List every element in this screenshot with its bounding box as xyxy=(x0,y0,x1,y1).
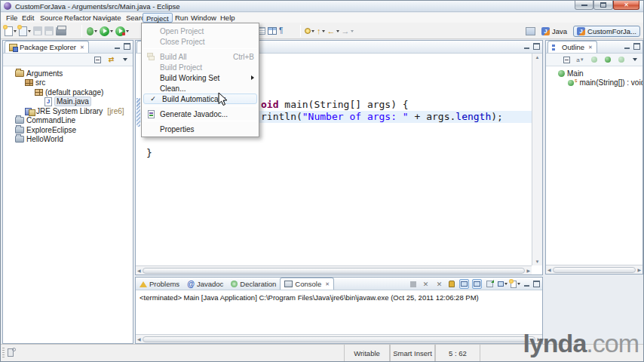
menu-item-build-working-set[interactable]: Build Working Set xyxy=(142,72,259,83)
tree-item-arguments[interactable]: Arguments xyxy=(3,69,133,78)
view-menu-button[interactable] xyxy=(120,55,130,65)
package-explorer-tab[interactable]: Package Explorer ✕ xyxy=(5,41,89,53)
menu-item-build-automatically[interactable]: ✓Build Automatically xyxy=(143,94,257,104)
minimize-view-button[interactable] xyxy=(114,43,121,50)
dropdown-arrow-icon[interactable] xyxy=(351,30,354,32)
maximize-view-button[interactable] xyxy=(533,43,540,50)
tree-item-exploreeclipse[interactable]: ExploreEclipse xyxy=(3,125,133,135)
view-menu-button[interactable] xyxy=(630,55,639,65)
dropdown-arrow-icon[interactable] xyxy=(517,283,520,285)
title-bar[interactable]: CustomForJava - Arguments/src/Main.java … xyxy=(1,1,643,12)
menu-file[interactable]: File xyxy=(3,13,20,23)
last-edit-location-button[interactable]: ↑ xyxy=(317,25,325,37)
outline-tab[interactable]: Outline ✕ xyxy=(547,41,597,53)
minimize-view-button[interactable] xyxy=(523,43,530,50)
scroll-up-icon[interactable]: ▲ xyxy=(535,55,540,60)
maximize-view-button[interactable] xyxy=(633,43,640,50)
editor-horizontal-scrollbar[interactable]: ◀ ▶ xyxy=(136,265,532,275)
menu-item-clean[interactable]: Clean... xyxy=(142,83,259,94)
tree-item-commandline[interactable]: CommandLine xyxy=(3,116,133,126)
minimize-button[interactable] xyxy=(575,1,593,10)
close-icon[interactable]: ✕ xyxy=(80,44,84,51)
close-icon[interactable]: ✕ xyxy=(325,281,330,287)
tree-item-helloworld[interactable]: HelloWorld xyxy=(3,135,133,145)
scroll-left-icon[interactable]: ◀ xyxy=(547,268,551,272)
outline-horizontal-scrollbar[interactable]: ◀ ▶ xyxy=(546,265,642,274)
menu-item-properties[interactable]: Properties xyxy=(142,124,259,134)
menu-project[interactable]: Project xyxy=(143,13,173,23)
new-wizard-button[interactable] xyxy=(5,25,17,37)
display-console-button[interactable] xyxy=(498,279,508,289)
scroll-left-icon[interactable]: ◀ xyxy=(137,268,141,273)
custom-perspective-button[interactable]: J CustomForJa... xyxy=(573,26,640,37)
maximize-view-button[interactable] xyxy=(533,281,540,287)
scroll-right-icon[interactable]: ▶ xyxy=(637,268,641,272)
maximize-button[interactable] xyxy=(593,1,613,10)
dropdown-arrow-icon[interactable] xyxy=(336,30,339,32)
editor-vertical-scrollbar[interactable]: ▲ ▼ xyxy=(532,54,542,265)
minimize-view-button[interactable] xyxy=(624,43,630,50)
dropdown-arrow-icon[interactable] xyxy=(28,30,31,32)
scroll-left-icon[interactable]: ◀ xyxy=(137,337,141,342)
tree-item-default-package[interactable]: (default package) xyxy=(3,87,133,97)
declaration-tab[interactable]: Declaration xyxy=(227,278,280,290)
fast-view-icon[interactable] xyxy=(8,348,14,357)
dropdown-arrow-icon[interactable] xyxy=(126,30,129,32)
outline-item-main-method[interactable]: smain(String[]) : void xyxy=(546,78,642,88)
scrollbar-thumb[interactable] xyxy=(143,336,536,342)
sort-button[interactable]: a▼ xyxy=(575,55,585,65)
outline-item-main-class[interactable]: Main xyxy=(546,69,642,78)
forward-button[interactable]: → xyxy=(342,25,354,37)
external-tools-button[interactable] xyxy=(115,25,129,37)
tree-item-jre-library[interactable]: JRE System Library[jre6] xyxy=(3,106,133,116)
debug-button[interactable] xyxy=(87,25,97,37)
java-perspective-button[interactable]: J Java xyxy=(538,26,570,36)
dropdown-arrow-icon[interactable] xyxy=(311,30,314,32)
tree-item-main-java[interactable]: JMain.java xyxy=(3,97,133,107)
show-console-on-error-button[interactable] xyxy=(472,279,482,289)
print-button[interactable] xyxy=(56,25,66,37)
link-with-editor-button[interactable]: ⇄ xyxy=(106,55,116,65)
scroll-lock-button[interactable] xyxy=(446,279,456,289)
open-console-button[interactable] xyxy=(511,279,520,289)
problems-tab[interactable]: Problems xyxy=(136,278,183,290)
collapse-all-button[interactable] xyxy=(562,55,572,65)
menu-help[interactable]: Help xyxy=(217,13,238,23)
close-icon[interactable]: ✕ xyxy=(588,44,593,51)
close-button[interactable]: ✕ xyxy=(613,1,639,10)
console-horizontal-scrollbar[interactable]: ◀ ▶ xyxy=(136,334,542,343)
scroll-down-icon[interactable]: ▼ xyxy=(535,259,540,264)
dropdown-arrow-icon[interactable] xyxy=(322,30,325,32)
dropdown-arrow-icon[interactable] xyxy=(110,30,113,32)
terminate-button[interactable] xyxy=(408,279,418,289)
open-log-button[interactable] xyxy=(485,279,495,289)
minimize-view-button[interactable] xyxy=(523,281,530,287)
remove-all-button[interactable]: ✕ xyxy=(434,279,443,289)
show-whitespace-button[interactable]: ¶ xyxy=(279,25,283,37)
hide-static-button[interactable] xyxy=(603,55,612,65)
menu-edit[interactable]: Edit xyxy=(19,13,37,23)
hide-fields-button[interactable] xyxy=(589,55,599,65)
hide-non-public-button[interactable] xyxy=(616,55,626,65)
console-tab[interactable]: Console✕ xyxy=(280,278,334,290)
collapse-all-button[interactable] xyxy=(93,55,103,65)
scroll-right-icon[interactable]: ▶ xyxy=(526,268,530,273)
run-button[interactable] xyxy=(100,25,113,37)
scrollbar-thumb[interactable] xyxy=(553,267,636,273)
tree-item-src[interactable]: src xyxy=(3,78,133,88)
open-task-button[interactable] xyxy=(305,25,314,37)
table-button[interactable] xyxy=(268,25,277,37)
new-java-button[interactable] xyxy=(19,25,31,37)
dropdown-arrow-icon[interactable] xyxy=(14,30,17,32)
menu-navigate[interactable]: Navigate xyxy=(90,13,124,23)
menu-item-generate-javadoc[interactable]: Generate Javadoc... xyxy=(142,109,259,119)
maximize-view-button[interactable] xyxy=(124,43,130,50)
dropdown-arrow-icon[interactable] xyxy=(94,30,97,32)
menu-window[interactable]: Window xyxy=(188,13,219,23)
save-all-button[interactable] xyxy=(44,25,54,37)
javadoc-tab[interactable]: @Javadoc xyxy=(183,278,227,290)
dropdown-arrow-icon[interactable] xyxy=(504,283,508,285)
open-perspective-button[interactable] xyxy=(526,25,535,37)
remove-launch-button[interactable]: ✕ xyxy=(421,279,431,289)
save-button[interactable] xyxy=(33,25,42,37)
